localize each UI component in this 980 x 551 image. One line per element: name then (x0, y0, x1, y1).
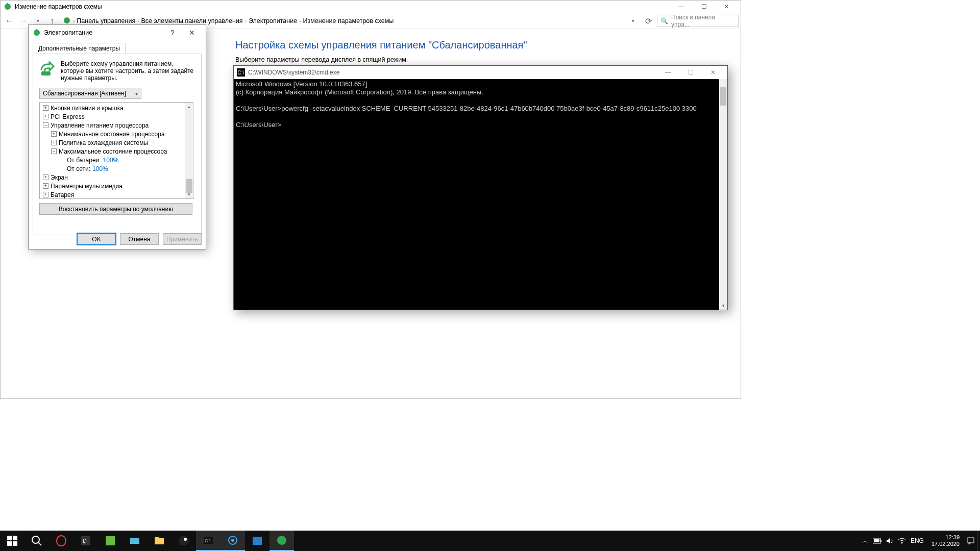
search-input[interactable]: 🔍 Поиск в панели упра... (657, 15, 739, 27)
page-heading: Настройка схемы управления питанием "Сба… (235, 39, 720, 51)
collapse-icon[interactable]: – (51, 148, 57, 154)
cmd-close-button[interactable]: ✕ (702, 66, 724, 79)
cmd-maximize-button[interactable]: ☐ (679, 66, 702, 79)
tree-item[interactable]: От батареи:100% (42, 156, 193, 164)
clock[interactable]: 12:39 17.02.2020 (926, 534, 965, 547)
expand-icon[interactable]: + (43, 174, 48, 180)
scheme-selected: Сбалансированная [Активен] (43, 90, 126, 97)
settings-tree[interactable]: +Кнопки питания и крышка+PCI Express–Упр… (39, 102, 193, 199)
taskbar-app-mail[interactable] (122, 531, 147, 551)
expand-icon[interactable]: + (51, 131, 57, 137)
svg-point-20 (184, 538, 187, 541)
tree-item[interactable]: +Минимальное состояние процессора (42, 130, 193, 138)
dialog-titlebar[interactable]: Электропитание ? ✕ (29, 25, 206, 40)
address-dropdown[interactable]: ▾ (626, 14, 640, 28)
tree-item[interactable]: –Максимальное состояние процессора (42, 147, 193, 156)
svg-marker-30 (887, 538, 890, 544)
taskbar-app-cmd[interactable]: C:\ (196, 531, 220, 551)
back-button[interactable]: ← (3, 14, 16, 28)
breadcrumb-item[interactable]: Электропитание (249, 17, 297, 24)
ok-button[interactable]: OK (77, 233, 116, 245)
tray-battery-icon[interactable] (871, 531, 884, 551)
breadcrumb-item[interactable]: Все элементы панели управления (141, 17, 243, 24)
apply-button[interactable]: Применить (163, 233, 202, 245)
svg-rect-5 (41, 71, 51, 76)
tree-item[interactable]: +Параметры мультимедиа (42, 182, 193, 190)
language-indicator[interactable]: ENG (908, 531, 926, 551)
svg-rect-6 (7, 536, 12, 540)
tree-label: Батарея (51, 191, 74, 198)
taskbar-app-minecraft[interactable] (98, 531, 122, 551)
svg-point-19 (179, 536, 189, 546)
tree-item[interactable]: От сети:100% (42, 164, 193, 173)
dialog-close-button[interactable]: ✕ (182, 26, 202, 39)
taskbar-app-steam[interactable] (172, 531, 196, 551)
search-button[interactable] (24, 531, 49, 551)
tray-chevron-icon[interactable]: ︿ (859, 531, 871, 551)
cancel-button[interactable]: Отмена (120, 233, 159, 245)
cmd-titlebar[interactable]: C:\ C:\WINDOWS\system32\cmd.exe — ☐ ✕ (234, 66, 727, 79)
expand-icon[interactable]: + (43, 105, 48, 111)
tree-label: Минимальное состояние процессора (59, 131, 165, 138)
breadcrumb-item[interactable]: Изменение параметров схемы (303, 17, 394, 24)
svg-rect-16 (130, 538, 139, 544)
svg-rect-1 (7, 3, 8, 6)
collapse-icon[interactable]: – (43, 122, 48, 128)
tree-item[interactable]: +Политика охлаждения системы (42, 138, 193, 147)
search-placeholder: Поиск в панели упра... (671, 14, 735, 28)
svg-rect-15 (106, 536, 115, 545)
close-button[interactable]: ✕ (715, 1, 738, 13)
battery-icon (39, 60, 56, 77)
cmd-output[interactable]: Microsoft Windows [Version 10.0.18363.65… (234, 79, 727, 310)
taskbar-app-power-options[interactable] (270, 531, 294, 551)
svg-rect-32 (968, 538, 974, 543)
maximize-button[interactable]: ☐ (693, 1, 715, 13)
taskbar-app-word[interactable] (245, 531, 270, 551)
minimize-button[interactable]: — (670, 1, 693, 13)
tree-label: Кнопки питания и крышка (51, 105, 124, 112)
taskbar-app-settings[interactable] (220, 531, 245, 551)
svg-point-26 (277, 536, 286, 545)
tree-label: Политика охлаждения системы (59, 139, 148, 146)
tree-value[interactable]: 100% (103, 157, 119, 164)
tree-value[interactable]: 100% (92, 165, 108, 172)
tray-wifi-icon[interactable] (896, 531, 908, 551)
tree-item[interactable]: –Управление питанием процессора (42, 121, 193, 130)
tray-volume-icon[interactable] (884, 531, 896, 551)
scheme-select[interactable]: Сбалансированная [Активен] ▾ (39, 88, 141, 99)
breadcrumb-item[interactable]: Панель управления (77, 17, 135, 24)
expand-icon[interactable]: + (43, 192, 48, 197)
help-button[interactable]: ? (163, 26, 182, 39)
cmd-minimize-button[interactable]: — (657, 66, 679, 79)
dialog-title: Электропитание (44, 29, 163, 36)
tree-label: Управление питанием процессора (51, 122, 149, 129)
window-titlebar[interactable]: Изменение параметров схемы — ☐ ✕ (1, 1, 741, 13)
svg-point-2 (64, 17, 70, 23)
tree-item[interactable]: +Батарея (42, 190, 193, 199)
expand-icon[interactable]: + (51, 140, 57, 145)
start-button[interactable] (0, 531, 24, 551)
taskbar-app-opera[interactable] (49, 531, 74, 551)
tree-item[interactable]: +PCI Express (42, 112, 193, 121)
clock-time: 12:39 (932, 534, 960, 541)
refresh-button[interactable]: ⟳ (642, 14, 655, 28)
tree-item[interactable]: +Экран (42, 173, 193, 182)
tab-advanced[interactable]: Дополнительные параметры (33, 43, 126, 54)
expand-icon[interactable]: + (43, 183, 48, 189)
restore-defaults-button[interactable]: Восстановить параметры по умолчанию (39, 203, 192, 215)
taskbar-app-explorer[interactable] (147, 531, 172, 551)
search-icon: 🔍 (660, 17, 668, 24)
show-desktop-button[interactable] (977, 531, 980, 551)
svg-line-11 (38, 542, 41, 545)
scroll-down-icon[interactable]: ▾ (719, 302, 727, 310)
scroll-down-icon[interactable]: ▾ (185, 190, 193, 198)
scroll-thumb[interactable] (720, 87, 726, 106)
scroll-up-icon[interactable]: ▴ (185, 103, 193, 111)
svg-rect-8 (7, 541, 12, 546)
tree-item[interactable]: +Кнопки питания и крышка (42, 104, 193, 112)
cmd-scrollbar[interactable]: ▴ ▾ (719, 79, 727, 310)
expand-icon[interactable]: + (43, 114, 48, 119)
action-center-icon[interactable] (965, 531, 977, 551)
taskbar-app-intellij[interactable]: IJ (74, 531, 98, 551)
tree-scrollbar[interactable]: ▴ ▾ (185, 103, 193, 198)
